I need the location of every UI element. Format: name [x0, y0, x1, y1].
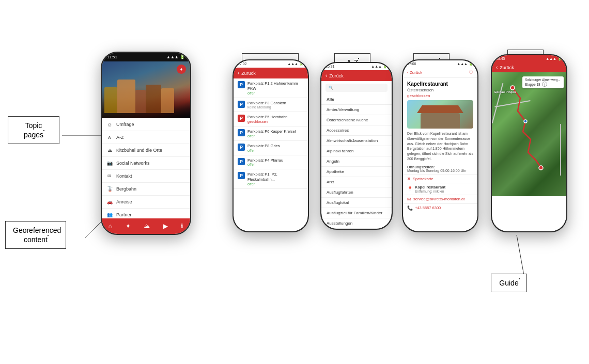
- parking-item-6[interactable]: P Parkplatz P4 Pfarrau offen: [234, 155, 308, 170]
- action-speisekarte[interactable]: ✕ Speisekarte: [403, 175, 477, 183]
- menu-item-kontakt[interactable]: ✉ Kontakt: [102, 170, 190, 183]
- az-item-12[interactable]: Ausstellungen: [321, 218, 392, 229]
- mail-icon: ✉: [407, 197, 411, 202]
- phone3-az-list: Alle Ämter/Verwaltung Österreichische Kü…: [321, 94, 392, 229]
- az-item-alle[interactable]: Alle: [321, 94, 392, 105]
- x-icon: ✕: [407, 177, 411, 181]
- phone2-status-bar: 17:02 ▲▲▲ 🔋: [234, 60, 308, 68]
- phone-icon: 📞: [407, 205, 413, 211]
- az-item-10[interactable]: Ausfluglokal: [321, 198, 392, 208]
- az-item-7[interactable]: Apotheke: [321, 167, 392, 177]
- search-icon: 🔍: [329, 86, 333, 90]
- restaurant-status: geschlossen: [403, 93, 477, 100]
- back-button[interactable]: ‹ Zurück: [407, 70, 422, 75]
- nav-video-icon[interactable]: ▶: [163, 223, 168, 230]
- menu-item-umfrage[interactable]: ☺ Umfrage: [102, 118, 190, 131]
- cable-car-icon: 🚡: [106, 185, 113, 193]
- map-location-label: Epinau Pingau: [494, 90, 516, 93]
- phone2-top-bar: ‹ Zurück: [234, 68, 308, 78]
- parking-icon-blue: P: [238, 172, 245, 179]
- phone1-screen: 11:51 ▲▲▲ 🔋 ♦ ☺ Umfrage A: [102, 53, 190, 234]
- svg-line-5: [85, 222, 101, 238]
- heart-icon[interactable]: ♡: [469, 70, 473, 75]
- location-icon: 📍: [407, 186, 413, 192]
- phone3-status-bar: 15:31 ▲▲▲ 🔋: [321, 63, 392, 70]
- phone1-status-bar: 11:51 ▲▲▲ 🔋: [102, 53, 190, 61]
- parking-item-2[interactable]: P Parkplatz P3 Ganslern keine Meldung: [234, 98, 308, 113]
- phone4-status-bar: 17:00 ▲▲▲ 🔋: [403, 60, 477, 68]
- car-icon: 🚗: [106, 198, 113, 205]
- nav-mountain-icon[interactable]: ⛰: [144, 223, 150, 230]
- az-item-11[interactable]: Ausflugziel für Familien/Kinder: [321, 208, 392, 218]
- az-item-1[interactable]: Ämter/Verwaltung: [321, 105, 392, 115]
- parking-item-1[interactable]: P Parkplatz P1,2 Hahnenkamm PKW offen: [234, 78, 308, 98]
- svg-point-9: [524, 120, 527, 123]
- phone5-screen: 08:45 ▲▲▲ 🔋 ‹ Zurück: [492, 55, 566, 231]
- svg-point-7: [510, 86, 515, 90]
- parking-item-7[interactable]: P Parkplatz P1, P2, Fleckalmbahn... offe…: [234, 169, 308, 189]
- parking-icon-blue: P: [238, 144, 245, 151]
- mountain-icon: ⛰: [106, 147, 113, 154]
- phone1-bottom-nav: ⌂ ✦ ⛰ ▶ ℹ: [102, 218, 190, 234]
- restaurant-description: Der Blick vom Kapellrestaurant ist am üb…: [403, 129, 477, 164]
- parking-item-5[interactable]: P Parkplatz P8 Gries offen: [234, 141, 308, 155]
- phone3-screen: 15:31 ▲▲▲ 🔋 ‹ Zurück 🔍 Alle Ämter/Verwal…: [321, 63, 392, 229]
- phone4-screen: 17:00 ▲▲▲ 🔋 ‹ Zurück ♡ Kapellrestaurant …: [403, 60, 477, 231]
- parking-icon-blue: P: [238, 81, 245, 88]
- parking-icon-blue: P: [238, 129, 245, 136]
- route-info-bubble: Salzburger Almenweg - Etappe 18 i: [522, 76, 564, 88]
- phone2-parking-list: P Parkplatz P1,2 Hahnenkamm PKW offen P …: [234, 78, 308, 189]
- phone1-menu-list: ☺ Umfrage A A-Z ⛰ Kitzbühel und die Orte…: [102, 118, 190, 221]
- camera-icon: 📷: [106, 160, 113, 167]
- svg-point-8: [539, 166, 543, 170]
- menu-item-anreise[interactable]: 🚗 Anreise: [102, 196, 190, 209]
- parking-icon-blue: P: [238, 158, 245, 165]
- back-chevron-icon: ‹: [238, 70, 239, 76]
- action-phone[interactable]: 📞 +43 5557 6300: [403, 203, 477, 212]
- phone3-top-bar: ‹ Zurück: [321, 70, 392, 81]
- az-item-9[interactable]: Ausflugfahrten: [321, 187, 392, 198]
- az-item-3[interactable]: Accessoires: [321, 125, 392, 136]
- restaurant-name: Kapellrestaurant: [403, 78, 477, 88]
- phone5-status-bar: 08:45 ▲▲▲ 🔋: [492, 55, 566, 62]
- action-location[interactable]: 📍 Kapellrestaurant Entfernung: nnk km: [403, 183, 477, 195]
- az-item-2[interactable]: Österreichische Küche: [321, 115, 392, 125]
- menu-item-kitzbuehel[interactable]: ⛰ Kitzbühel und die Orte: [102, 144, 190, 157]
- callout-guide: Guide: [491, 274, 527, 292]
- restaurant-hours: Öffnungszeiten: Montag bis Sonntag 09.00…: [403, 164, 477, 175]
- callout-georeferenced: Georeferenced content: [5, 221, 66, 249]
- info-circle-icon: i: [542, 82, 547, 87]
- az-icon: A: [106, 134, 113, 141]
- menu-item-bergbahn[interactable]: 🚡 Bergbahn: [102, 183, 190, 196]
- phone3-search-bar[interactable]: 🔍: [326, 84, 388, 92]
- az-item-8[interactable]: Arzt: [321, 177, 392, 187]
- phone5-map: Salzburger Almenweg - Etappe 18 i Epinau…: [492, 72, 566, 196]
- phone-infos: 17:00 ▲▲▲ 🔋 ‹ Zurück ♡ Kapellrestaurant …: [402, 59, 478, 232]
- nav-info-icon[interactable]: ℹ: [181, 223, 183, 230]
- parking-icon-red: P: [238, 115, 245, 122]
- nav-star-icon[interactable]: ✦: [126, 223, 131, 230]
- menu-item-az[interactable]: A A-Z: [102, 131, 190, 144]
- people-icon: 👥: [106, 211, 113, 218]
- az-item-6[interactable]: Angeln: [321, 156, 392, 167]
- parking-item-4[interactable]: P Parkplatz P6 Kasper Kreisel offen: [234, 126, 308, 141]
- menu-item-social[interactable]: 📷 Social Networks: [102, 157, 190, 170]
- parking-icon-blue: P: [238, 101, 245, 108]
- callout-topic-pages: Topic pages: [8, 116, 59, 144]
- phone-main-menu: 11:51 ▲▲▲ 🔋 ♦ ☺ Umfrage A: [101, 52, 191, 235]
- phone4-top-bar: ‹ Zurück ♡: [403, 68, 477, 78]
- mail-icon: ✉: [106, 172, 113, 180]
- az-item-5[interactable]: Alpinski fahren: [321, 146, 392, 156]
- phone-maps: 08:45 ▲▲▲ 🔋 ‹ Zurück: [491, 54, 567, 232]
- scene: Traffic & Parking A-Z Infos Maps Topic p…: [0, 0, 589, 364]
- phone5-top-bar: ‹ Zurück: [492, 62, 566, 72]
- parking-item-3[interactable]: P Parkplatz P5 Hornbahn geschlossen: [234, 112, 308, 126]
- action-email[interactable]: ✉ service@silvretta-montafon.at: [403, 195, 477, 203]
- nav-home-icon[interactable]: ⌂: [109, 223, 112, 230]
- restaurant-type: Österreichisch: [403, 88, 477, 93]
- restaurant-image: [407, 100, 473, 129]
- back-chevron-icon: ‹: [496, 65, 498, 70]
- back-chevron-icon: ‹: [326, 73, 327, 78]
- phone2-screen: 17:02 ▲▲▲ 🔋 ‹ Zurück P Parkplatz P1,2 Ha…: [234, 60, 308, 231]
- az-item-4[interactable]: Almwirtschaft/Jausenstation: [321, 136, 392, 146]
